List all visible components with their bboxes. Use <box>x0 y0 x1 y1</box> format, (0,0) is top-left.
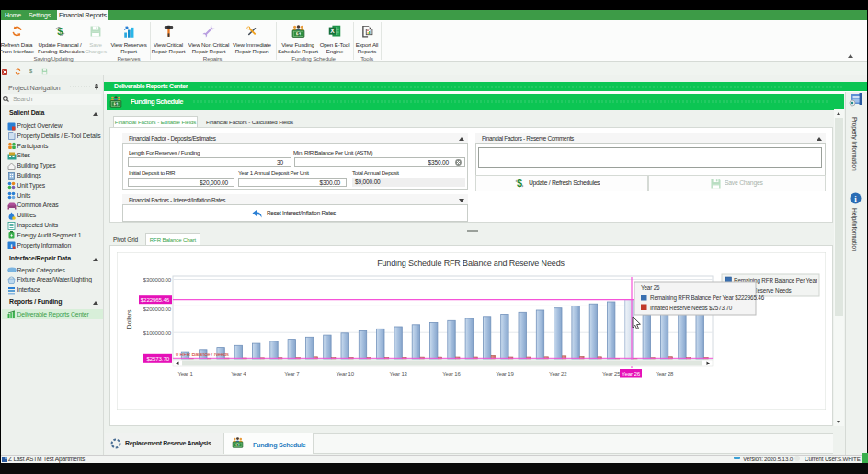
svg-text:$100000.00: $100000.00 <box>143 330 172 336</box>
svg-text:Year 16: Year 16 <box>442 371 461 376</box>
svg-text:Year 13: Year 13 <box>389 371 407 376</box>
svg-text:Year 1: Year 1 <box>177 371 193 376</box>
svg-text:Year 10: Year 10 <box>336 371 354 376</box>
svg-text:Year 19: Year 19 <box>496 371 514 376</box>
svg-text:$200000.00: $200000.00 <box>143 306 172 312</box>
svg-text:$2573.70: $2573.70 <box>146 355 169 362</box>
svg-text:$222965.46: $222965.46 <box>141 296 170 303</box>
svg-text:Remaining RFR Balance Per Year: Remaining RFR Balance Per Year $222965.4… <box>650 295 765 302</box>
svg-text:Year 26: Year 26 <box>641 284 660 291</box>
svg-text:X: X <box>330 28 335 34</box>
svg-text:Funding Schedule RFR Balance a: Funding Schedule RFR Balance and Reserve… <box>377 259 565 268</box>
svg-text:Year 28: Year 28 <box>656 371 674 376</box>
svg-text:0 RFR Balance / Needs: 0 RFR Balance / Needs <box>176 352 229 357</box>
svg-text:Year 7: Year 7 <box>284 371 300 376</box>
svg-text:Year 22: Year 22 <box>549 371 567 376</box>
svg-text:Year 4: Year 4 <box>231 371 246 376</box>
svg-text:$: $ <box>517 178 522 189</box>
svg-text:Year 26: Year 26 <box>622 370 641 376</box>
svg-text:$300000.00: $300000.00 <box>143 277 172 283</box>
svg-text:Year 25: Year 25 <box>602 371 621 376</box>
svg-text:$: $ <box>29 68 33 74</box>
svg-text:Dollars: Dollars <box>126 309 132 329</box>
svg-text:Inflated Reserve Needs $2573.7: Inflated Reserve Needs $2573.70 <box>650 305 733 311</box>
svg-text:$: $ <box>297 31 300 37</box>
svg-text:i: i <box>11 242 13 249</box>
